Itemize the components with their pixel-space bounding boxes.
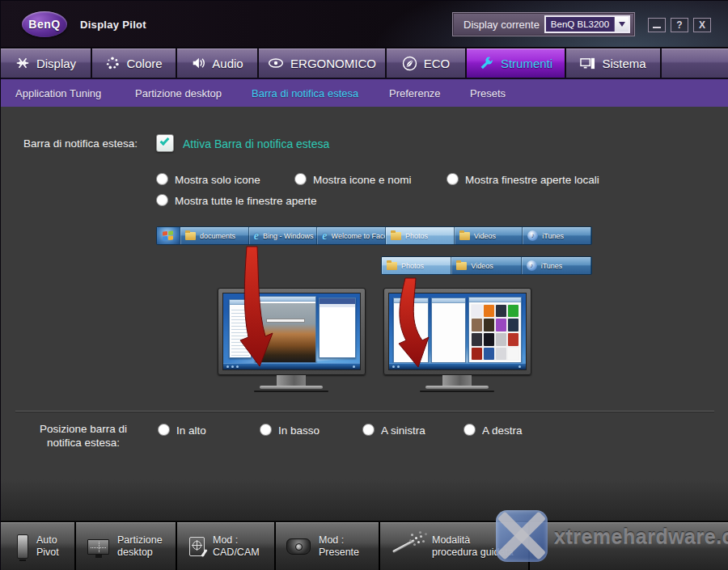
auto-pivot-button[interactable]: AutoPivot	[1, 522, 74, 570]
speaker-icon	[191, 56, 205, 70]
folder-icon	[185, 232, 196, 240]
partizione-desktop-button[interactable]: Partizionedesktop	[76, 522, 176, 570]
pivot-monitor-icon	[17, 534, 28, 559]
display-selector-label: Display corrente	[463, 19, 540, 31]
taskbar-preview-full: documents eBing - Windows I... eWelcome …	[156, 226, 592, 245]
tab-display[interactable]: Display	[1, 49, 91, 78]
radio-label: In basso	[278, 424, 320, 437]
facebook-window	[319, 298, 356, 358]
radio-mostra-icone-e-nomi[interactable]	[294, 173, 307, 185]
tab-ergonomico[interactable]: ERGONOMICO	[259, 49, 385, 78]
tab-strumenti[interactable]: Strumenti	[467, 49, 565, 78]
wrench-icon	[479, 56, 494, 71]
ie-icon: e	[254, 232, 259, 240]
taskbar-button: Photos	[382, 257, 451, 274]
taskbar-button: Videos	[451, 257, 521, 274]
monitor-shadow	[254, 391, 328, 392]
eco-leaf-icon	[402, 56, 417, 71]
section-label: Barra di notifica estesa:	[23, 137, 138, 150]
desktop-partition-icon	[87, 539, 109, 555]
radio-mostra-tutte-le-finestre[interactable]	[156, 194, 168, 206]
subtab-preferenze[interactable]: Preferenze	[389, 87, 441, 99]
magic-wand-icon	[390, 532, 424, 561]
mini-taskbar	[389, 363, 526, 369]
dropdown-arrow-icon[interactable]	[614, 17, 629, 32]
taskbar-preview-extended: Photos Videos ♪iTunes	[381, 256, 592, 275]
radio-a-destra[interactable]	[463, 424, 476, 436]
subtab-barra-notifica-estesa[interactable]: Barra di notifica estesa	[252, 87, 358, 99]
taskbar-button: eWelcome to Face...	[317, 227, 386, 244]
title-bar: BenQ Display Pilot Display corrente BenQ…	[1, 1, 728, 48]
photo-thumbnails	[471, 304, 519, 361]
tab-sistema[interactable]: Sistema	[566, 49, 660, 78]
radio-mostra-solo-icone[interactable]	[156, 173, 168, 185]
minimize-button[interactable]	[648, 18, 666, 32]
tab-label: Strumenti	[501, 57, 552, 70]
gallery-window	[468, 297, 522, 364]
taskbar-button: ♪iTunes	[522, 257, 591, 274]
tab-label: Audio	[212, 57, 243, 70]
browser-window	[255, 296, 316, 364]
tab-label: Sistema	[602, 57, 645, 70]
windows-start-orb	[157, 227, 180, 244]
bottom-bar-filler	[530, 522, 728, 570]
modalita-procedura-guidata-button[interactable]: Modalitàprocedura guidata	[380, 522, 528, 570]
taskbar-button: Photos	[386, 227, 455, 244]
section-divider	[15, 411, 714, 412]
bottom-shortcut-bar: AutoPivot Partizionedesktop Mod :CAD/CAM…	[1, 521, 728, 570]
current-display-selector: Display corrente BenQ BL3200	[452, 12, 635, 36]
subtab-presets[interactable]: Presets	[470, 87, 506, 99]
monitor-preview-right	[383, 288, 531, 375]
taskbar-button: Videos	[455, 227, 523, 244]
explorer-window	[229, 299, 252, 358]
taskbar-button: ♪iTunes	[523, 227, 591, 244]
system-icon	[580, 56, 595, 70]
radio-a-sinistra[interactable]	[362, 424, 375, 436]
color-dots-icon	[105, 56, 120, 70]
window-controls: ? X	[648, 18, 711, 32]
itunes-icon: ♪	[527, 260, 537, 271]
tab-colore[interactable]: Colore	[92, 49, 176, 78]
help-button[interactable]: ?	[671, 18, 688, 32]
eye-icon	[268, 57, 284, 70]
app-title: Display Pilot	[80, 19, 146, 31]
sub-tab-bar: Application Tuning Partizione desktop Ba…	[1, 78, 728, 107]
subtab-partizione-desktop[interactable]: Partizione desktop	[135, 87, 222, 99]
radio-label: Mostra icone e nomi	[313, 174, 412, 186]
folder-icon	[391, 232, 401, 240]
radio-label: A sinistra	[381, 424, 425, 437]
monitor-base	[260, 386, 323, 389]
mod-cadcam-button[interactable]: Mod :CAD/CAM	[177, 522, 274, 570]
radio-label: In alto	[176, 424, 206, 437]
tab-label: ECO	[424, 57, 451, 70]
radio-label: A destra	[482, 424, 523, 437]
monitor-screen	[388, 293, 527, 370]
cad-document-icon	[189, 537, 205, 556]
monitor-preview-left	[218, 288, 366, 375]
monitor-base	[425, 386, 489, 389]
mod-presente-button[interactable]: Mod :Presente	[276, 522, 379, 570]
radio-in-alto[interactable]	[158, 424, 170, 436]
projector-icon	[286, 538, 311, 555]
benq-logo-text: BenQ	[28, 18, 60, 31]
check-icon	[160, 136, 170, 146]
tab-audio[interactable]: Audio	[177, 49, 257, 78]
display-select-value: BenQ BL3200	[546, 19, 614, 29]
taskbar-button: eBing - Windows I...	[249, 227, 318, 244]
radio-in-basso[interactable]	[260, 424, 272, 436]
subtab-application-tuning[interactable]: Application Tuning	[15, 87, 101, 99]
tab-eco[interactable]: ECO	[387, 49, 465, 78]
enable-extended-taskbar-checkbox[interactable]	[156, 134, 174, 152]
radio-label: Mostra tutte le finestre aperte	[175, 195, 317, 207]
radio-mostra-finestre-aperte-locali[interactable]	[447, 173, 459, 185]
taskbar-button: documents	[180, 227, 249, 244]
benq-logo: BenQ	[22, 11, 67, 37]
ie-icon: e	[322, 232, 327, 240]
itunes-icon: ♪	[527, 230, 538, 241]
display-icon	[15, 56, 30, 70]
monitor-screen	[222, 293, 361, 370]
display-select-dropdown[interactable]: BenQ BL3200	[544, 15, 630, 33]
close-button[interactable]: X	[693, 18, 711, 32]
monitor-stand	[442, 375, 472, 386]
tab-label: Display	[36, 57, 76, 70]
